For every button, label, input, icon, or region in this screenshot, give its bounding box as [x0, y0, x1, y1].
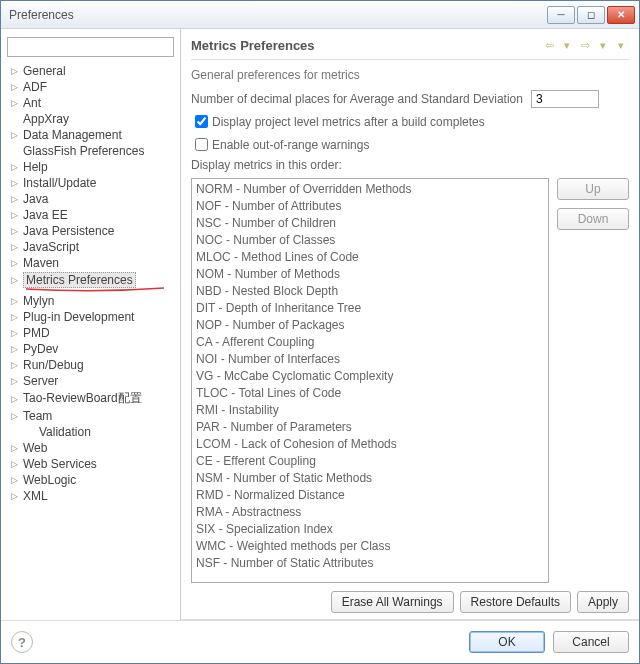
tree-expand-icon[interactable]: ▷	[11, 178, 21, 188]
tree-item[interactable]: ▷Java EE	[5, 207, 178, 223]
tree-item[interactable]: ▷Web Services	[5, 456, 178, 472]
tree-expand-icon[interactable]: ▷	[11, 162, 21, 172]
metrics-option[interactable]: WMC - Weighted methods per Class	[196, 538, 544, 555]
tree-item[interactable]: ▷Server	[5, 373, 178, 389]
tree-expand-icon[interactable]: ▷	[11, 328, 21, 338]
metrics-option[interactable]: NOM - Number of Methods	[196, 266, 544, 283]
tree-expand-icon[interactable]: ▷	[11, 360, 21, 370]
down-button[interactable]: Down	[557, 208, 629, 230]
tree-item-label: Plug-in Development	[23, 310, 134, 324]
enable-warnings-checkbox[interactable]	[195, 138, 208, 151]
page-description: General preferences for metrics	[191, 68, 629, 82]
metrics-option[interactable]: MLOC - Method Lines of Code	[196, 249, 544, 266]
tree-item[interactable]: ▷Team	[5, 408, 178, 424]
maximize-button[interactable]: ◻	[577, 6, 605, 24]
tree-item[interactable]: ▷WebLogic	[5, 472, 178, 488]
metrics-option[interactable]: NSM - Number of Static Methods	[196, 470, 544, 487]
tree-item[interactable]: ▷Tao-ReviewBoard配置	[5, 389, 178, 408]
up-button[interactable]: Up	[557, 178, 629, 200]
metrics-option[interactable]: DIT - Depth of Inheritance Tree	[196, 300, 544, 317]
minimize-button[interactable]: ─	[547, 6, 575, 24]
tree-expand-icon[interactable]: ▷	[11, 394, 21, 404]
cancel-button[interactable]: Cancel	[553, 631, 629, 653]
tree-item[interactable]: ▷ADF	[5, 79, 178, 95]
preferences-tree[interactable]: ▷General▷ADF▷AntAppXray▷Data ManagementG…	[5, 63, 180, 616]
metrics-option[interactable]: RMI - Instability	[196, 402, 544, 419]
tree-item[interactable]: ▷Help	[5, 159, 178, 175]
metrics-option[interactable]: RMA - Abstractness	[196, 504, 544, 521]
decimal-label: Number of decimal places for Average and…	[191, 92, 523, 106]
tree-expand-icon[interactable]: ▷	[11, 82, 21, 92]
apply-button[interactable]: Apply	[577, 591, 629, 613]
metrics-option[interactable]: NOF - Number of Attributes	[196, 198, 544, 215]
nav-menu-icon[interactable]: ▾	[613, 37, 629, 53]
nav-fwd-icon[interactable]: ⇨	[577, 37, 593, 53]
tree-item[interactable]: ▷JavaScript	[5, 239, 178, 255]
tree-item[interactable]: ▷Data Management	[5, 127, 178, 143]
metrics-listbox[interactable]: NORM - Number of Overridden MethodsNOF -…	[191, 178, 549, 583]
metrics-option[interactable]: NSC - Number of Children	[196, 215, 544, 232]
tree-expand-icon[interactable]: ▷	[11, 226, 21, 236]
tree-expand-icon[interactable]: ▷	[11, 312, 21, 322]
metrics-option[interactable]: TLOC - Total Lines of Code	[196, 385, 544, 402]
help-icon[interactable]: ?	[11, 631, 33, 653]
tree-item[interactable]: ▷Ant	[5, 95, 178, 111]
metrics-option[interactable]: LCOM - Lack of Cohesion of Methods	[196, 436, 544, 453]
nav-fwd-menu-icon[interactable]: ▾	[595, 37, 611, 53]
restore-defaults-button[interactable]: Restore Defaults	[460, 591, 571, 613]
tree-item[interactable]: ▷PyDev	[5, 341, 178, 357]
tree-expand-icon[interactable]: ▷	[11, 275, 21, 285]
tree-filter-input[interactable]	[7, 37, 174, 57]
metrics-option[interactable]: SIX - Specialization Index	[196, 521, 544, 538]
close-button[interactable]: ✕	[607, 6, 635, 24]
metrics-option[interactable]: CA - Afferent Coupling	[196, 334, 544, 351]
tree-item[interactable]: ▷PMD	[5, 325, 178, 341]
metrics-option[interactable]: CE - Efferent Coupling	[196, 453, 544, 470]
tree-expand-icon[interactable]: ▷	[11, 130, 21, 140]
tree-item[interactable]: ▷XML	[5, 488, 178, 504]
display-project-checkbox[interactable]	[195, 115, 208, 128]
tree-expand-icon[interactable]: ▷	[11, 242, 21, 252]
tree-item[interactable]: GlassFish Preferences	[5, 143, 178, 159]
tree-expand-icon[interactable]: ▷	[11, 491, 21, 501]
enable-warnings-row: Enable out-of-range warnings	[191, 135, 629, 154]
metrics-option[interactable]: NORM - Number of Overridden Methods	[196, 181, 544, 198]
tree-expand-icon[interactable]: ▷	[11, 475, 21, 485]
tree-item[interactable]: ▷General	[5, 63, 178, 79]
tree-item[interactable]: ▷Java	[5, 191, 178, 207]
erase-warnings-button[interactable]: Erase All Warnings	[331, 591, 454, 613]
tree-item[interactable]: ▷Java Persistence	[5, 223, 178, 239]
tree-item[interactable]: ▷Plug-in Development	[5, 309, 178, 325]
tree-expand-icon[interactable]: ▷	[11, 459, 21, 469]
metrics-option[interactable]: NBD - Nested Block Depth	[196, 283, 544, 300]
tree-item[interactable]: AppXray	[5, 111, 178, 127]
tree-item[interactable]: ▷Web	[5, 440, 178, 456]
tree-item[interactable]: Validation	[5, 424, 178, 440]
tree-expand-icon[interactable]: ▷	[11, 376, 21, 386]
tree-expand-icon[interactable]: ▷	[11, 411, 21, 421]
metrics-option[interactable]: NSF - Number of Static Attributes	[196, 555, 544, 572]
decimal-input[interactable]	[531, 90, 599, 108]
tree-item[interactable]: ▷Mylyn	[5, 293, 178, 309]
metrics-option[interactable]: NOC - Number of Classes	[196, 232, 544, 249]
tree-expand-icon[interactable]: ▷	[11, 344, 21, 354]
metrics-option[interactable]: NOP - Number of Packages	[196, 317, 544, 334]
tree-item[interactable]: ▷Install/Update	[5, 175, 178, 191]
metrics-option[interactable]: PAR - Number of Parameters	[196, 419, 544, 436]
metrics-option[interactable]: NOI - Number of Interfaces	[196, 351, 544, 368]
tree-expand-icon[interactable]: ▷	[11, 443, 21, 453]
tree-expand-icon[interactable]: ▷	[11, 296, 21, 306]
tree-item[interactable]: ▷Run/Debug	[5, 357, 178, 373]
tree-expand-icon[interactable]: ▷	[11, 210, 21, 220]
tree-expand-icon[interactable]: ▷	[11, 98, 21, 108]
nav-back-icon[interactable]: ⇦	[541, 37, 557, 53]
left-panel: ▷General▷ADF▷AntAppXray▷Data ManagementG…	[1, 29, 181, 620]
tree-item[interactable]: ▷Maven	[5, 255, 178, 271]
metrics-option[interactable]: VG - McCabe Cyclomatic Complexity	[196, 368, 544, 385]
ok-button[interactable]: OK	[469, 631, 545, 653]
tree-expand-icon[interactable]: ▷	[11, 66, 21, 76]
nav-back-menu-icon[interactable]: ▾	[559, 37, 575, 53]
tree-expand-icon[interactable]: ▷	[11, 194, 21, 204]
tree-expand-icon[interactable]: ▷	[11, 258, 21, 268]
metrics-option[interactable]: RMD - Normalized Distance	[196, 487, 544, 504]
